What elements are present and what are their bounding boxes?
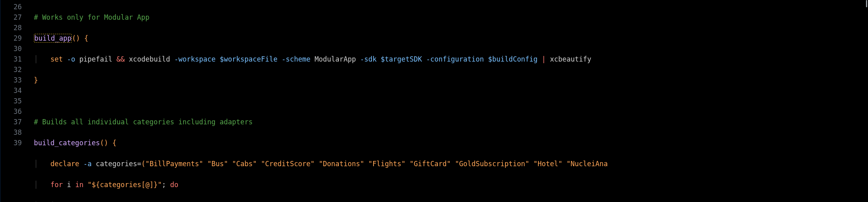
line-number: 29	[1, 33, 22, 43]
indent-guide: │	[34, 160, 50, 168]
line-number: 38	[1, 127, 22, 138]
code-line[interactable]: │ for i in "${categories[@]}"; do	[34, 179, 868, 190]
function-name: build_categories	[34, 139, 100, 147]
line-number-gutter: 26 27 28 29 30 31 32 33 34 35 36 37 38 3…	[0, 0, 27, 202]
token: pipefail	[75, 55, 112, 63]
flag: -scheme	[278, 55, 315, 63]
code-line[interactable]: build_app() {	[34, 33, 868, 43]
line-number: 39	[1, 138, 22, 148]
flag: -a	[79, 160, 92, 168]
line-number: 36	[1, 106, 22, 117]
brace-close: }	[34, 76, 38, 84]
variable: $workspaceFile	[220, 55, 278, 63]
flag: -sdk	[356, 55, 380, 63]
brace-open: {	[108, 139, 116, 147]
keyword-for: for	[50, 181, 63, 189]
equals: =	[137, 160, 141, 168]
line-number: 35	[1, 96, 22, 106]
token: ModularApp	[315, 55, 356, 63]
code-line[interactable]: │ declare -a categories=("BillPayments" …	[34, 159, 868, 169]
indent-guide: │	[34, 55, 50, 63]
indent-guide: │	[34, 181, 50, 189]
loop-var: i	[63, 181, 75, 189]
parens: ()	[72, 34, 80, 42]
semicolon: ;	[162, 181, 170, 189]
cmd: xcodebuild	[129, 55, 170, 63]
code-area[interactable]: # Works only for Modular App build_app()…	[27, 0, 868, 202]
expr-string: "${categories[@]}"	[83, 181, 162, 189]
variable: $buildConfig	[488, 55, 538, 63]
code-line[interactable]: │ set -o pipefail && xcodebuild -workspa…	[34, 54, 868, 64]
keyword-do: do	[170, 181, 178, 189]
code-line[interactable]: build_categories() {	[34, 138, 868, 148]
op-and: &&	[113, 55, 129, 63]
line-number: 27	[1, 12, 22, 23]
scrollbar-thumb[interactable]	[866, 0, 867, 7]
code-line[interactable]: # Works only for Modular App	[34, 12, 868, 23]
op-pipe: |	[538, 55, 550, 63]
line-number: 32	[1, 64, 22, 75]
line-number: 30	[1, 43, 22, 54]
code-line[interactable]: # Builds all individual categories inclu…	[34, 117, 868, 127]
builtin-declare: declare	[50, 160, 79, 168]
code-editor[interactable]: 26 27 28 29 30 31 32 33 34 35 36 37 38 3…	[0, 0, 868, 202]
keyword-in: in	[75, 181, 83, 189]
flag: -workspace	[170, 55, 220, 63]
builtin-set: set	[50, 55, 63, 63]
scrollbar-track[interactable]	[862, 0, 868, 202]
parens: ()	[100, 139, 108, 147]
variable-name: categories	[92, 160, 137, 168]
comment-text: # Builds all individual categories inclu…	[34, 118, 252, 126]
paren-open: (	[141, 160, 145, 168]
function-name: build_app	[34, 34, 71, 42]
flag: -o	[63, 55, 75, 63]
cmd: xcbeautify	[550, 55, 591, 63]
line-number: 37	[1, 117, 22, 127]
comment-text: # Works only for Modular App	[34, 13, 150, 21]
string-list: "BillPayments" "Bus" "Cabs" "CreditScore…	[145, 160, 607, 168]
brace-open: {	[80, 34, 88, 42]
code-line[interactable]	[34, 96, 868, 106]
line-number: 33	[1, 75, 22, 85]
code-line[interactable]: │ │ echo "\033[1;36m Building: $i \033[0…	[34, 200, 868, 202]
line-number: 28	[1, 23, 22, 33]
line-number: 26	[1, 2, 22, 12]
line-number: 31	[1, 54, 22, 64]
flag: -configuration	[422, 55, 488, 63]
line-number: 34	[1, 85, 22, 96]
variable: $targetSDK	[381, 55, 422, 63]
code-line[interactable]: }	[34, 75, 868, 85]
